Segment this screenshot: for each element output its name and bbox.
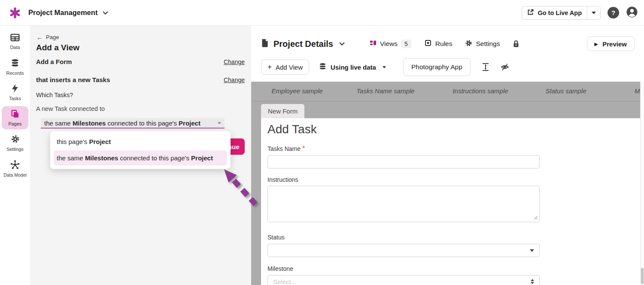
sidebar-item-records[interactable]: Records (2, 55, 28, 79)
app-switcher-chevron-icon[interactable] (103, 11, 108, 15)
change-table-link[interactable]: Change (224, 77, 245, 83)
change-form-link[interactable]: Change (224, 58, 245, 65)
database-icon (319, 63, 327, 71)
sidebar-item-pages[interactable]: Pages (2, 106, 28, 129)
sidebar-item-tasks[interactable]: Tasks (2, 81, 28, 104)
vertical-align-icon (482, 63, 489, 71)
dropdown-option-same-milestones[interactable]: the same Milestones connected to this pa… (54, 150, 227, 165)
hide-fields-button[interactable] (501, 63, 509, 71)
account-avatar[interactable] (626, 6, 638, 20)
select-value-text: the same (44, 120, 73, 127)
required-asterisk: * (302, 145, 305, 152)
go-to-live-app-button[interactable]: Go to Live App (522, 6, 587, 19)
go-to-live-app-dropdown-button[interactable] (587, 6, 600, 19)
views-count-badge: 5 (401, 40, 411, 48)
external-link-icon (527, 9, 534, 17)
tab-rules[interactable]: Rules (424, 39, 453, 49)
add-view-button[interactable]: + Add View (261, 59, 309, 75)
milestone-select[interactable]: Select... (267, 275, 540, 285)
milestone-label: Milestone (267, 265, 293, 272)
inserts-row: that inserts a new Tasks Change (36, 76, 245, 83)
scrollbar-thumb[interactable] (641, 268, 644, 284)
lightning-bolt-icon (11, 84, 19, 95)
form-title: Add Task (267, 123, 641, 136)
help-button[interactable]: ? (608, 7, 619, 18)
option-bold: Project (191, 154, 213, 162)
preview-label: Preview (602, 40, 627, 48)
lock-button[interactable] (513, 40, 519, 48)
sidebar-label: Settings (6, 147, 24, 152)
form-fields: Tasks Name* Instructions (267, 145, 540, 285)
form-preview-card: Add Task Tasks Name* Instructions (261, 118, 641, 285)
live-data-selector[interactable]: Using live data (319, 63, 386, 71)
option-text: the same (57, 154, 85, 162)
rules-label: Rules (435, 40, 453, 48)
sidebar-label: Records (6, 70, 24, 76)
dropdown-option-this-page[interactable]: this page's Project (50, 134, 231, 149)
sample-column: Status sample (545, 87, 586, 95)
brand-logo-icon[interactable] (9, 6, 21, 19)
sidebar-item-data-model[interactable]: Data Model (2, 157, 28, 180)
gear-icon (465, 40, 472, 49)
which-tasks-question: Which Tasks? (36, 92, 73, 98)
caret-down-icon (592, 12, 596, 14)
caret-down-icon (530, 249, 534, 252)
app-window: Project Management Go to Live App (0, 0, 644, 285)
new-form-tab[interactable]: New Form (261, 104, 304, 118)
go-to-live-app-split-button: Go to Live App (522, 6, 601, 20)
status-select[interactable] (267, 244, 540, 257)
back-to-page-link[interactable]: ← Page (36, 34, 59, 41)
connection-select[interactable]: the same Milestones connected to this pa… (41, 118, 225, 129)
sidebar-item-settings[interactable]: Settings (2, 132, 28, 155)
pages-icon (11, 110, 19, 120)
canvas-scrollbar[interactable] (640, 82, 644, 285)
page-nav: Views 5 Rules (370, 39, 520, 49)
page-editor-main: Project Details Views 5 (251, 26, 644, 285)
milestone-field: Milestone Select... (267, 265, 540, 285)
instructions-field: Instructions (267, 176, 540, 224)
instructions-label: Instructions (267, 176, 298, 183)
connection-dropdown-menu: this page's Project the same Milestones … (50, 131, 231, 169)
app-title: Project Management (28, 9, 97, 17)
editor-toolbar: + Add View Using live data Photography A… (261, 58, 509, 77)
resize-handle-icon[interactable] (534, 214, 538, 221)
eye-slash-icon (501, 63, 509, 71)
back-arrow-icon: ← (36, 34, 43, 41)
tasks-name-field: Tasks Name* (267, 145, 540, 169)
sample-column: Tasks Name sample (356, 87, 414, 95)
canvas-overlay: Employee sample Tasks Name sample Instru… (251, 82, 644, 285)
question-mark-icon: ? (611, 9, 615, 16)
vertical-align-button[interactable] (482, 63, 489, 71)
panel-title: Add a View (36, 43, 79, 52)
node-graph-icon (10, 160, 20, 171)
tab-views[interactable]: Views 5 (370, 40, 411, 48)
page-switcher-chevron-icon[interactable] (339, 42, 345, 46)
milestone-placeholder: Select... (273, 278, 296, 285)
tasks-name-input[interactable] (267, 155, 540, 169)
option-text: connected to this page's (118, 154, 191, 162)
topbar-actions: Go to Live App ? (522, 6, 638, 20)
add-view-label: Add View (276, 64, 303, 71)
live-data-label: Using live data (331, 64, 376, 71)
sidebar-label: Pages (8, 121, 21, 126)
inserts-label: that inserts a new Tasks (36, 76, 110, 83)
caret-down-icon (383, 66, 386, 68)
add-form-row: Add a Form Change (36, 58, 245, 65)
preview-button[interactable]: ▶ Preview (587, 37, 635, 51)
left-nav-rail: Data Records Tasks (0, 26, 30, 285)
select-caret-icon (218, 122, 221, 124)
data-table-icon (10, 34, 20, 43)
play-icon: ▶ (595, 42, 598, 46)
sample-column: Instructions sample (453, 87, 508, 95)
sidebar-item-data[interactable]: Data (2, 30, 28, 53)
sample-column: Employee sample (271, 87, 322, 95)
views-blocks-icon (370, 40, 377, 48)
select-value-bold: Milestones (73, 120, 106, 127)
sidebar-label: Tasks (9, 96, 21, 101)
view-config-panel: ← Page Add a View Add a Form Change that… (30, 26, 251, 285)
instructions-textarea[interactable] (267, 186, 540, 222)
tab-settings[interactable]: Settings (465, 40, 500, 49)
top-bar: Project Management Go to Live App (0, 0, 644, 26)
app-theme-button[interactable]: Photography App (403, 58, 471, 76)
tasks-name-label: Tasks Name (267, 145, 301, 152)
